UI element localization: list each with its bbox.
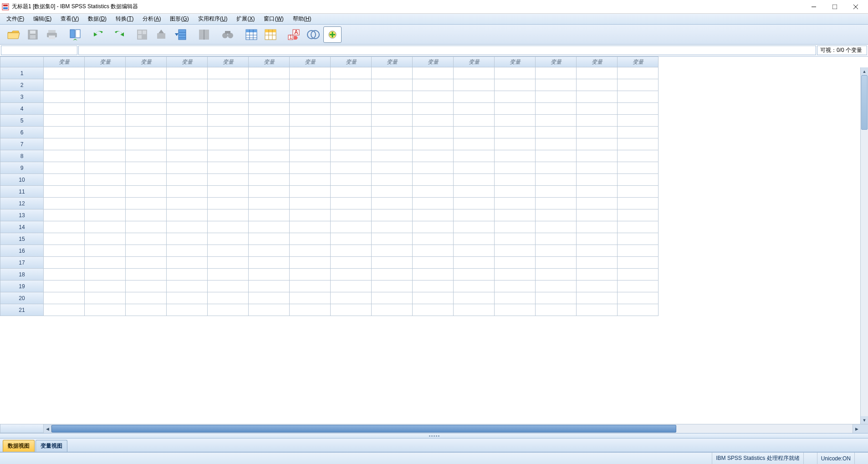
grid-cell[interactable] <box>290 91 331 103</box>
grid-cell[interactable] <box>495 174 536 186</box>
grid-cell[interactable] <box>372 257 413 269</box>
grid-cell[interactable] <box>208 257 249 269</box>
cell-value-box[interactable] <box>78 46 816 55</box>
recall-dialog-button[interactable] <box>66 26 85 43</box>
grid-cell[interactable] <box>413 245 454 257</box>
grid-cell[interactable] <box>331 150 372 162</box>
grid-cell[interactable] <box>167 127 208 138</box>
row-header[interactable]: 8 <box>0 150 44 162</box>
grid-cell[interactable] <box>618 186 659 198</box>
grid-cell[interactable] <box>413 103 454 115</box>
grid-cell[interactable] <box>167 221 208 233</box>
grid-cell[interactable] <box>536 233 577 245</box>
grid-cell[interactable] <box>536 91 577 103</box>
grid-cell[interactable] <box>618 127 659 138</box>
grid-cell[interactable] <box>618 292 659 304</box>
grid-cell[interactable] <box>44 209 85 221</box>
grid-cell[interactable] <box>618 174 659 186</box>
grid-cell[interactable] <box>618 257 659 269</box>
grid-cell[interactable] <box>577 174 618 186</box>
grid-cell[interactable] <box>85 245 126 257</box>
grid-cell[interactable] <box>331 292 372 304</box>
grid-cell[interactable] <box>577 162 618 174</box>
grid-cell[interactable] <box>577 67 618 79</box>
maximize-button[interactable] <box>824 0 845 14</box>
grid-cell[interactable] <box>413 91 454 103</box>
grid-cell[interactable] <box>290 79 331 91</box>
column-header[interactable]: 变量 <box>85 56 126 67</box>
grid-cell[interactable] <box>454 67 495 79</box>
grid-cell[interactable] <box>454 138 495 150</box>
grid-cell[interactable] <box>372 198 413 209</box>
menu-file[interactable]: 文件(F) <box>2 14 29 24</box>
grid-cell[interactable] <box>577 138 618 150</box>
grid-cell[interactable] <box>413 127 454 138</box>
grid-cell[interactable] <box>126 304 167 316</box>
grid-cell[interactable] <box>372 79 413 91</box>
grid-cell[interactable] <box>618 91 659 103</box>
grid-cell[interactable] <box>577 221 618 233</box>
grid-cell[interactable] <box>536 162 577 174</box>
grid-cell[interactable] <box>536 103 577 115</box>
column-header[interactable]: 变量 <box>249 56 290 67</box>
grid-cell[interactable] <box>249 280 290 292</box>
grid-cell[interactable] <box>454 174 495 186</box>
grid-cell[interactable] <box>413 162 454 174</box>
grid-cell[interactable] <box>44 127 85 138</box>
grid-cell[interactable] <box>290 67 331 79</box>
grid-cell[interactable] <box>536 292 577 304</box>
menu-util[interactable]: 实用程序(U) <box>194 14 232 24</box>
grid-cell[interactable] <box>44 174 85 186</box>
grid-cell[interactable] <box>372 174 413 186</box>
grid-cell[interactable] <box>536 127 577 138</box>
goto-variable-button[interactable] <box>152 26 170 43</box>
column-header[interactable]: 变量 <box>618 56 659 67</box>
grid-cell[interactable] <box>290 209 331 221</box>
grid-cell[interactable] <box>331 269 372 280</box>
grid-cell[interactable] <box>413 150 454 162</box>
grid-cell[interactable] <box>167 257 208 269</box>
grid-cell[interactable] <box>495 162 536 174</box>
grid-cell[interactable] <box>372 67 413 79</box>
row-header[interactable]: 6 <box>0 127 44 138</box>
grid-cell[interactable] <box>536 186 577 198</box>
grid-cell[interactable] <box>126 280 167 292</box>
grid-cell[interactable] <box>413 79 454 91</box>
grid-cell[interactable] <box>249 269 290 280</box>
scroll-up-arrow[interactable]: ▲ <box>861 67 868 75</box>
grid-cell[interactable] <box>372 103 413 115</box>
grid-cell[interactable] <box>454 79 495 91</box>
grid-cell[interactable] <box>126 162 167 174</box>
grid-cell[interactable] <box>290 186 331 198</box>
grid-cell[interactable] <box>249 103 290 115</box>
grid-cell[interactable] <box>495 304 536 316</box>
grid-cell[interactable] <box>495 209 536 221</box>
grid-cell[interactable] <box>290 304 331 316</box>
grid-cell[interactable] <box>331 257 372 269</box>
grid-cell[interactable] <box>618 221 659 233</box>
grid-cell[interactable] <box>454 292 495 304</box>
grid-cell[interactable] <box>536 150 577 162</box>
grid-cell[interactable] <box>167 91 208 103</box>
grid-cell[interactable] <box>618 79 659 91</box>
grid-cell[interactable] <box>495 103 536 115</box>
grid-cell[interactable] <box>85 150 126 162</box>
grid-cell[interactable] <box>44 115 85 127</box>
grid-cell[interactable] <box>249 138 290 150</box>
grid-cell[interactable] <box>208 127 249 138</box>
grid-cell[interactable] <box>372 292 413 304</box>
grid-cell[interactable] <box>167 245 208 257</box>
grid-cell[interactable] <box>454 103 495 115</box>
grid-cell[interactable] <box>331 209 372 221</box>
grid-cell[interactable] <box>44 280 85 292</box>
grid-cell[interactable] <box>495 91 536 103</box>
grid-cell[interactable] <box>208 162 249 174</box>
grid-cell[interactable] <box>536 257 577 269</box>
row-header[interactable]: 14 <box>0 221 44 233</box>
menu-graphs[interactable]: 图形(G) <box>165 14 193 24</box>
column-header[interactable]: 变量 <box>167 56 208 67</box>
column-header[interactable]: 变量 <box>372 56 413 67</box>
grid-cell[interactable] <box>44 269 85 280</box>
grid-cell[interactable] <box>331 103 372 115</box>
grid-cell[interactable] <box>577 304 618 316</box>
